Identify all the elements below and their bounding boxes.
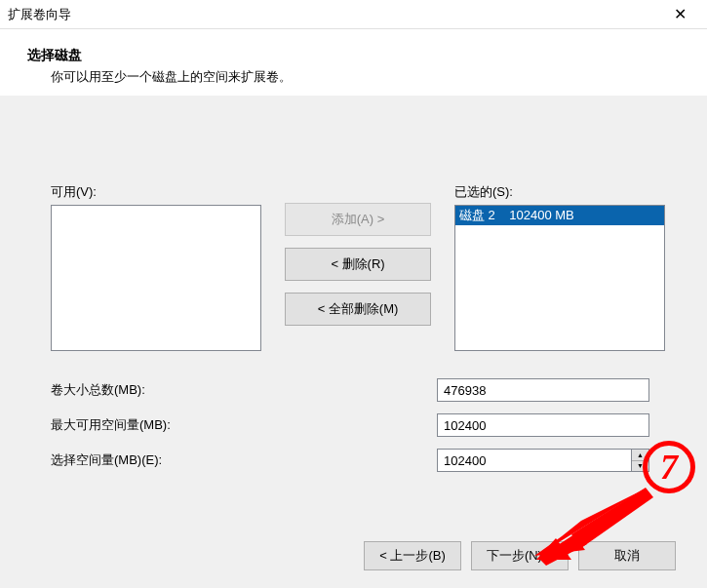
spinner-down[interactable]: ▼ [632,460,648,472]
max-space-value [437,413,649,437]
remove-all-button[interactable]: < 全部删除(M) [285,293,431,326]
selected-listbox[interactable]: 磁盘 2 102400 MB [454,205,665,351]
svg-marker-2 [571,488,653,548]
selected-label: 已选的(S): [454,183,665,201]
close-icon: ✕ [674,5,687,23]
select-space-row: 选择空间量(MB)(E): ▲ ▼ [51,449,676,472]
list-item[interactable]: 磁盘 2 102400 MB [455,206,664,225]
spinner-buttons: ▲ ▼ [632,449,649,472]
total-size-value [437,378,649,402]
total-size-row: 卷大小总数(MB): [51,378,676,402]
selected-column: 已选的(S): 磁盘 2 102400 MB [454,183,665,351]
transfer-buttons: 添加(A) > < 删除(R) < 全部删除(M) [285,203,431,326]
max-space-row: 最大可用空间量(MB): [51,413,676,437]
available-listbox[interactable] [51,205,261,351]
available-column: 可用(V): [51,183,261,351]
spinner-up[interactable]: ▲ [632,450,648,460]
wizard-content: 可用(V): 添加(A) > < 删除(R) < 全部删除(M) 已选的(S):… [0,96,707,493]
window-title: 扩展卷向导 [8,6,660,23]
total-size-label: 卷大小总数(MB): [51,381,437,399]
max-space-label: 最大可用空间量(MB): [51,416,437,434]
remove-button[interactable]: < 删除(R) [285,248,431,281]
close-button[interactable]: ✕ [660,1,699,28]
disk-lists-row: 可用(V): 添加(A) > < 删除(R) < 全部删除(M) 已选的(S):… [51,183,676,351]
select-space-input[interactable] [437,449,632,472]
size-fields: 卷大小总数(MB): 最大可用空间量(MB): 选择空间量(MB)(E): ▲ … [51,378,676,472]
page-subtitle: 你可以用至少一个磁盘上的空间来扩展卷。 [51,68,697,86]
cancel-button[interactable]: 取消 [578,541,676,570]
title-bar: 扩展卷向导 ✕ [0,0,707,29]
next-button[interactable]: 下一步(N) > [471,541,569,570]
wizard-header: 选择磁盘 你可以用至少一个磁盘上的空间来扩展卷。 [0,29,707,96]
page-title: 选择磁盘 [27,47,697,64]
back-button[interactable]: < 上一步(B) [364,541,461,570]
wizard-footer: < 上一步(B) 下一步(N) > 取消 [364,541,676,570]
select-space-spinner: ▲ ▼ [437,449,649,472]
add-button[interactable]: 添加(A) > [285,203,431,236]
available-label: 可用(V): [51,183,261,201]
select-space-label: 选择空间量(MB)(E): [51,451,437,469]
